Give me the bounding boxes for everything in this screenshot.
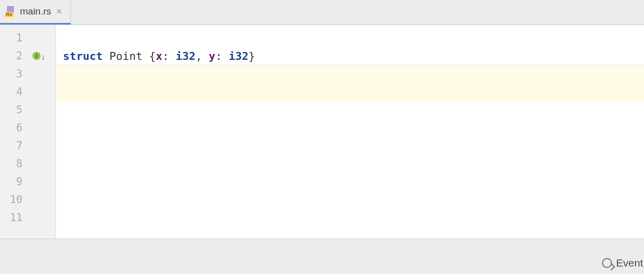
line-number[interactable]: 11 bbox=[0, 209, 56, 227]
event-log-button[interactable]: Event bbox=[602, 257, 644, 269]
code-token: x bbox=[156, 50, 162, 62]
code-token: i32 bbox=[228, 50, 248, 62]
line-number[interactable]: 8 bbox=[0, 155, 56, 173]
code-token: i32 bbox=[176, 50, 196, 62]
line-number[interactable]: 6 bbox=[0, 119, 56, 137]
line-number-gutter[interactable]: 12I↓34567891011 bbox=[0, 25, 56, 239]
line-number[interactable]: 9 bbox=[0, 173, 56, 191]
code-token bbox=[102, 50, 109, 62]
line-number[interactable]: 7 bbox=[0, 137, 56, 155]
code-token bbox=[142, 50, 149, 62]
code-line[interactable] bbox=[56, 101, 644, 119]
close-tab-icon[interactable]: ✕ bbox=[55, 7, 64, 16]
file-tab-main-rs[interactable]: RS main.rs ✕ bbox=[0, 0, 71, 24]
code-line[interactable] bbox=[56, 119, 644, 137]
code-line[interactable] bbox=[56, 83, 644, 101]
line-number[interactable]: 10 bbox=[0, 191, 56, 209]
line-number[interactable]: 2I↓ bbox=[0, 47, 56, 65]
code-line[interactable] bbox=[56, 29, 644, 47]
code-token: { bbox=[149, 50, 156, 62]
code-token: , bbox=[196, 50, 209, 62]
code-token: Point bbox=[110, 50, 142, 62]
has-implementations-icon[interactable]: I↓ bbox=[32, 52, 40, 60]
code-editor: 12I↓34567891011 struct Point {x: i32, y:… bbox=[0, 25, 644, 239]
event-log-icon bbox=[602, 258, 612, 268]
event-log-label: Event bbox=[616, 257, 643, 269]
code-line[interactable] bbox=[56, 137, 644, 155]
code-line[interactable] bbox=[56, 65, 644, 83]
code-area[interactable]: struct Point {x: i32, y: i32} bbox=[56, 25, 644, 239]
code-line[interactable]: struct Point {x: i32, y: i32} bbox=[56, 47, 644, 65]
rust-file-icon: RS bbox=[5, 6, 16, 17]
code-line[interactable] bbox=[56, 209, 644, 227]
code-token: y bbox=[208, 50, 215, 62]
code-line[interactable] bbox=[56, 173, 644, 191]
line-number[interactable]: 1 bbox=[0, 29, 56, 47]
line-number[interactable]: 4 bbox=[0, 83, 56, 101]
line-number[interactable]: 5 bbox=[0, 101, 56, 119]
code-token: struct bbox=[63, 50, 102, 62]
code-line[interactable] bbox=[56, 155, 644, 173]
editor-tabbar: RS main.rs ✕ bbox=[0, 0, 644, 25]
code-line[interactable] bbox=[56, 191, 644, 209]
status-bar: Event bbox=[0, 239, 644, 274]
code-token: : bbox=[216, 50, 229, 62]
file-tab-label: main.rs bbox=[20, 6, 51, 17]
code-token: : bbox=[162, 50, 176, 62]
line-number[interactable]: 3 bbox=[0, 65, 56, 83]
code-token: } bbox=[248, 50, 255, 62]
